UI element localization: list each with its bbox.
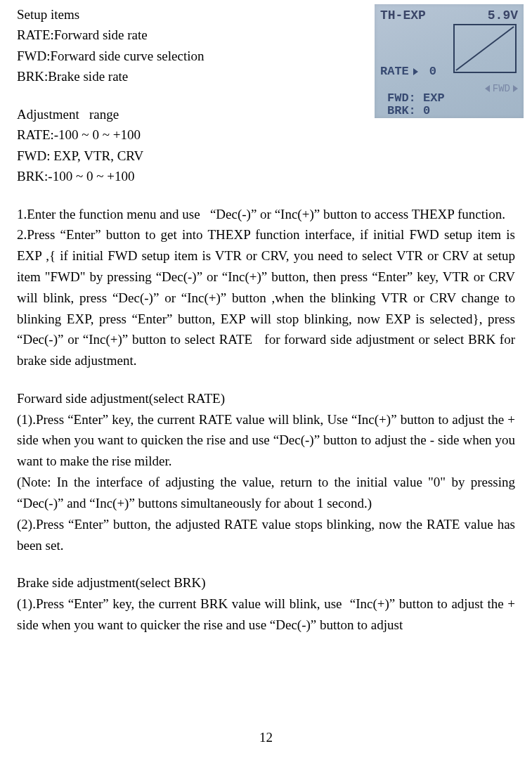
step-2: 2.Press “Enter” button to get into THEXP… (17, 224, 515, 371)
forward-adj-p1: (1).Press “Enter” key, the current RATE … (17, 409, 515, 472)
brake-adj-title: Brake side adjustment(select BRK) (17, 572, 515, 593)
lcd-title: TH-EXP (380, 8, 426, 23)
lcd-fwd-hint: FWD (485, 83, 518, 94)
setup-brk: BRK:Brake side rate (17, 66, 354, 86)
triangle-right-icon (413, 68, 418, 75)
lcd-rate-row: RATE 0 (380, 65, 436, 78)
lcd-graph (453, 24, 517, 73)
lcd-brk-row: BRK: 0 (387, 104, 430, 117)
arrow-right-icon (513, 85, 518, 92)
lcd-screenshot: TH-EXP 5.9V RATE 0 FWD FWD: EXP BRK: 0 (375, 4, 524, 118)
setup-items-header: Setup items (17, 4, 354, 25)
svg-line-0 (456, 27, 514, 70)
step-1: 1.Enter the function menu and use “Dec(-… (17, 204, 515, 225)
adjustment-header: Adjustment range (17, 104, 354, 124)
lcd-rate-value: 0 (429, 65, 436, 78)
adjustment-rate: RATE:-100 ~ 0 ~ +100 (17, 124, 354, 145)
brake-adj-p1: (1).Press “Enter” key, the current BRK v… (17, 593, 515, 636)
arrow-left-icon (485, 85, 490, 92)
lcd-header: TH-EXP 5.9V (380, 8, 518, 23)
page-number: 12 (0, 730, 532, 745)
setup-fwd: FWD:Forward side curve selection (17, 46, 354, 66)
forward-adj-title: Forward side adjustment(select RATE) (17, 388, 515, 409)
forward-adj-p2: (2).Press “Enter” button, the adjusted R… (17, 514, 515, 556)
lcd-voltage: 5.9V (488, 8, 518, 23)
lcd-fwd-row: FWD: EXP (387, 91, 445, 105)
forward-adj-note: (Note: In the interface of adjusting the… (17, 472, 515, 514)
setup-rate: RATE:Forward side rate (17, 25, 354, 45)
lcd-hint-text: FWD (493, 83, 510, 94)
adjustment-fwd: FWD: EXP, VTR, CRV (17, 146, 354, 166)
adjustment-brk: BRK:-100 ~ 0 ~ +100 (17, 166, 354, 186)
lcd-rate-label: RATE (380, 65, 409, 78)
